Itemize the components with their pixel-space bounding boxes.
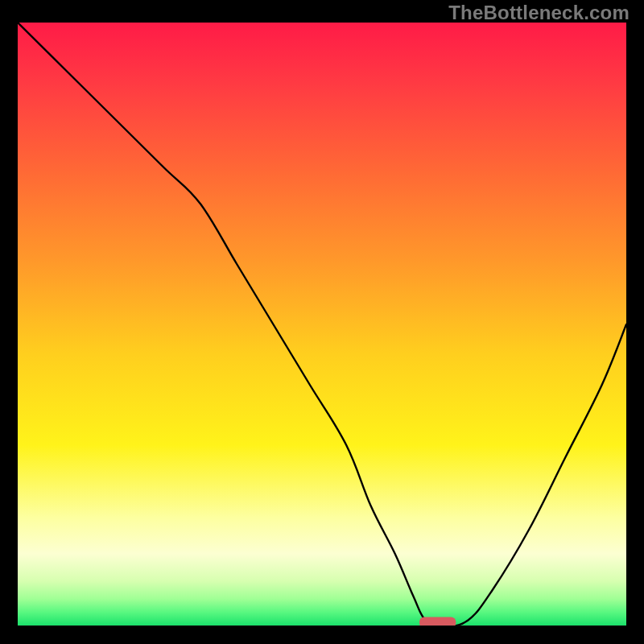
watermark-text: TheBottleneck.com xyxy=(448,2,630,24)
chart-frame: TheBottleneck.com xyxy=(0,0,644,644)
optimal-marker xyxy=(419,617,456,627)
plot-area xyxy=(18,23,626,626)
chart-svg xyxy=(18,23,626,626)
